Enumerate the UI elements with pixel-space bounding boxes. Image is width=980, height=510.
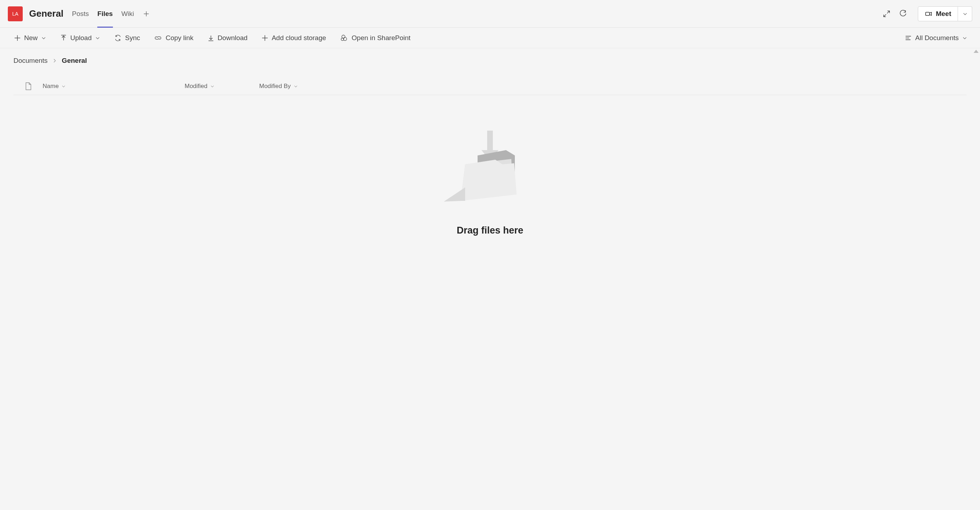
download-button[interactable]: Download (206, 32, 249, 44)
open-in-sharepoint-button[interactable]: Open in SharePoint (339, 32, 412, 44)
chevron-down-icon (61, 84, 66, 88)
plus-icon (14, 35, 21, 41)
view-label: All Documents (915, 34, 959, 42)
chevron-down-icon (210, 84, 215, 88)
new-label: New (24, 34, 38, 42)
breadcrumb-current: General (62, 57, 87, 65)
plus-icon (143, 11, 149, 17)
upload-icon (60, 35, 67, 41)
chevron-right-icon (52, 57, 57, 65)
download-label: Download (218, 34, 248, 42)
chevron-down-icon (962, 35, 967, 40)
sharepoint-label: Open in SharePoint (352, 34, 410, 42)
channel-header: LA General Posts Files Wiki Meet (0, 0, 980, 28)
tab-wiki[interactable]: Wiki (121, 0, 134, 28)
copy-link-label: Copy link (165, 34, 193, 42)
team-avatar[interactable]: LA (8, 6, 23, 21)
svg-marker-22 (444, 187, 465, 202)
meet-label: Meet (936, 10, 951, 18)
svg-marker-21 (461, 160, 517, 201)
files-columns-header: Name Modified Modified By (13, 77, 967, 95)
breadcrumb-root[interactable]: Documents (13, 57, 48, 65)
tab-files[interactable]: Files (97, 0, 113, 28)
document-icon (25, 82, 32, 91)
name-column-header[interactable]: Name (43, 83, 185, 90)
modified-column-header[interactable]: Modified (185, 83, 259, 90)
file-type-column[interactable] (14, 82, 43, 91)
scroll-up-button[interactable] (974, 50, 978, 53)
refresh-icon (899, 10, 907, 18)
chevron-down-icon (963, 11, 967, 16)
camera-icon (924, 10, 932, 18)
files-content-area: Documents General Name Modified Modified… (0, 48, 980, 510)
svg-rect-2 (925, 12, 929, 15)
plus-icon (262, 35, 268, 41)
sharepoint-icon (340, 34, 348, 42)
expand-button[interactable] (880, 7, 894, 21)
modified-by-column-label: Modified By (259, 83, 291, 90)
svg-rect-17 (487, 130, 493, 152)
chevron-down-icon (294, 84, 298, 88)
list-view-icon (905, 35, 912, 41)
channel-name: General (29, 8, 64, 19)
empty-state-text: Drag files here (457, 225, 523, 236)
meet-button[interactable]: Meet (918, 6, 958, 21)
add-cloud-label: Add cloud storage (272, 34, 326, 42)
sync-icon (115, 35, 121, 41)
sync-button[interactable]: Sync (113, 32, 141, 44)
expand-arrow-icon (883, 10, 891, 18)
drag-files-folder-icon (444, 130, 536, 209)
sync-label: Sync (125, 34, 140, 42)
upload-label: Upload (70, 34, 92, 42)
upload-button[interactable]: Upload (59, 32, 102, 44)
download-icon (208, 35, 214, 41)
add-tab-button[interactable] (143, 10, 150, 17)
chevron-down-icon (95, 35, 100, 40)
name-column-label: Name (43, 83, 59, 90)
empty-state: Drag files here (13, 130, 967, 236)
link-icon (154, 34, 162, 42)
view-selector[interactable]: All Documents (905, 34, 967, 42)
copy-link-button[interactable]: Copy link (153, 32, 194, 44)
files-command-bar: New Upload Sync Copy link Download Add c… (0, 28, 980, 48)
modified-by-column-header[interactable]: Modified By (259, 83, 330, 90)
modified-column-label: Modified (185, 83, 207, 90)
refresh-button[interactable] (896, 7, 910, 21)
breadcrumb: Documents General (13, 57, 967, 65)
new-button[interactable]: New (13, 32, 48, 44)
meet-dropdown-button[interactable] (958, 6, 972, 21)
chevron-down-icon (41, 35, 46, 40)
tab-posts[interactable]: Posts (72, 0, 89, 28)
add-cloud-storage-button[interactable]: Add cloud storage (260, 32, 328, 44)
